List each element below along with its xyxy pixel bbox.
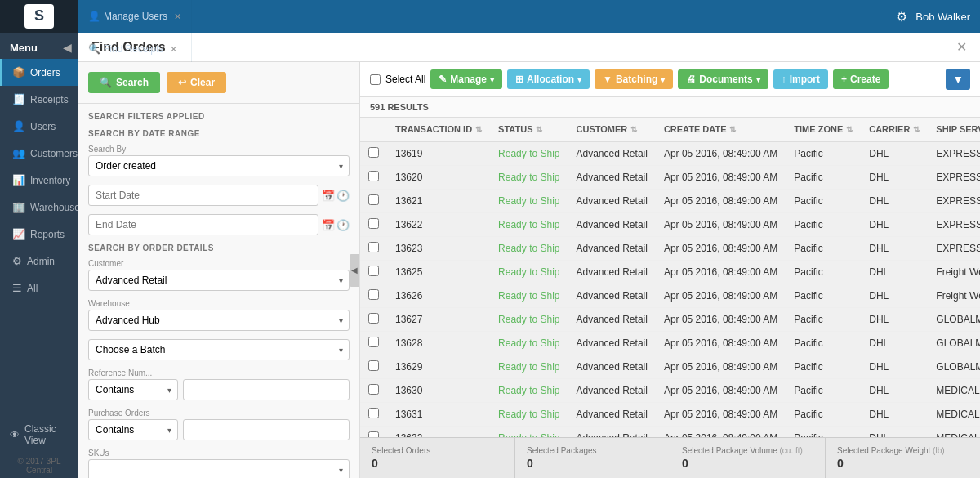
sidebar-item-admin[interactable]: ⚙Admin [0, 248, 78, 275]
sidebar-item-inventory[interactable]: 📊Inventory [0, 167, 78, 194]
col-header-time_zone[interactable]: TIME ZONE⇅ [786, 118, 861, 141]
row-checkbox[interactable] [368, 360, 379, 371]
table-row[interactable]: 13632Ready to ShipAdvanced RetailApr 05 … [360, 427, 980, 438]
select-all-label[interactable]: Select All [385, 74, 425, 85]
batch-select[interactable]: Choose a Batch [88, 339, 350, 360]
row-checkbox[interactable] [368, 313, 379, 324]
table-row[interactable]: 13631Ready to ShipAdvanced RetailApr 05 … [360, 403, 980, 427]
po-group: Purchase Orders Contains [88, 409, 350, 440]
table-row[interactable]: 13628Ready to ShipAdvanced RetailApr 05 … [360, 332, 980, 355]
sidebar-item-all[interactable]: ☰All [0, 275, 78, 302]
row-checkbox[interactable] [368, 242, 379, 252]
row-checkbox[interactable] [368, 289, 379, 300]
select-all-checkbox[interactable] [370, 74, 381, 85]
row-checkbox[interactable] [368, 266, 379, 276]
cell-status: Ready to Ship [490, 332, 568, 355]
row-checkbox[interactable] [368, 218, 379, 229]
col-header-create_date[interactable]: CREATE DATE⇅ [656, 118, 786, 141]
orders-table: TRANSACTION ID⇅STATUS⇅CUSTOMER⇅CREATE DA… [360, 118, 980, 437]
documents-button[interactable]: 🖨 Documents ▾ [678, 69, 768, 89]
po-input[interactable] [183, 419, 350, 440]
table-row[interactable]: 13629Ready to ShipAdvanced RetailApr 05 … [360, 355, 980, 379]
tab-manage-users[interactable]: 👤Manage Users✕ [78, 0, 192, 33]
row-checkbox[interactable] [368, 147, 379, 158]
start-date-input[interactable] [88, 185, 318, 206]
row-checkbox[interactable] [368, 171, 379, 181]
cell-create_date: Apr 05 2016, 08:49:00 AM [656, 403, 786, 427]
calendar-icon-end[interactable]: 📅 [322, 219, 335, 231]
col-header-customer[interactable]: CUSTOMER⇅ [568, 118, 656, 141]
clock-icon-end[interactable]: 🕐 [336, 219, 350, 231]
col-header-status[interactable]: STATUS⇅ [490, 118, 568, 141]
col-header-transaction_id[interactable]: TRANSACTION ID⇅ [387, 118, 490, 141]
collapse-panel-button[interactable]: ◀ [350, 254, 359, 287]
allocation-icon: ⊞ [515, 74, 523, 85]
cell-customer: Advanced Retail [568, 237, 656, 261]
date-range-label: SEARCH BY DATE RANGE [88, 129, 350, 138]
clear-button[interactable]: ↩ Clear [167, 72, 226, 93]
ref-num-input[interactable] [183, 379, 350, 400]
table-row[interactable]: 13626Ready to ShipAdvanced RetailApr 05 … [360, 284, 980, 308]
collapse-sidebar-button[interactable]: ◀ [63, 41, 72, 54]
cell-ship_service: GLOBALMAIL BUSINESS [928, 332, 980, 355]
col-header-ship_service[interactable]: SHIP SERVICE⇅ [928, 118, 980, 141]
cell-ship_service: MEDICAL EXPRESS NONDOC [928, 403, 980, 427]
sidebar-item-customers[interactable]: 👥Customers [0, 140, 78, 167]
table-row[interactable]: 13627Ready to ShipAdvanced RetailApr 05 … [360, 308, 980, 332]
table-row[interactable]: 13625Ready to ShipAdvanced RetailApr 05 … [360, 261, 980, 284]
close-page-button[interactable]: ✕ [956, 39, 967, 55]
cell-carrier: DHL [861, 166, 928, 190]
row-checkbox[interactable] [368, 408, 379, 418]
all-icon: ☰ [12, 282, 22, 294]
batching-button[interactable]: ▼ Batching ▾ [595, 69, 673, 89]
allocation-button[interactable]: ⊞ Allocation ▾ [507, 69, 590, 89]
table-row[interactable]: 13620Ready to ShipAdvanced RetailApr 05 … [360, 166, 980, 190]
row-checkbox[interactable] [368, 431, 379, 437]
calendar-icon[interactable]: 📅 [322, 190, 335, 202]
tab-close-manage-users[interactable]: ✕ [174, 11, 181, 22]
ref-contains-select[interactable]: Contains [88, 379, 178, 400]
menu-title: Menu [10, 42, 38, 54]
sidebar-item-users[interactable]: 👤Users [0, 113, 78, 140]
table-row[interactable]: 13621Ready to ShipAdvanced RetailApr 05 … [360, 190, 980, 213]
row-checkbox[interactable] [368, 337, 379, 347]
row-checkbox[interactable] [368, 384, 379, 395]
skus-select[interactable] [88, 459, 350, 478]
col-header-carrier[interactable]: CARRIER⇅ [861, 118, 928, 141]
bottom-bar: Selected Orders0Selected Packages0Select… [360, 437, 980, 478]
create-button[interactable]: + Create [833, 69, 889, 89]
sidebar-item-classic-view[interactable]: 👁 Classic View [0, 416, 78, 453]
sidebar-item-receipts[interactable]: 🧾Receipts [0, 86, 78, 113]
filter-options-button[interactable]: ▼ [946, 69, 970, 90]
import-button[interactable]: ↑ Import [773, 69, 828, 89]
table-row[interactable]: 13622Ready to ShipAdvanced RetailApr 05 … [360, 213, 980, 237]
sidebar-label-warehouses: Warehouses [30, 202, 85, 213]
sidebar-item-orders[interactable]: 📦Orders [0, 59, 78, 86]
user-name-label: Bob Walker [915, 11, 970, 23]
customer-select[interactable]: Advanced Retail [88, 270, 350, 291]
table-row[interactable]: 13630Ready to ShipAdvanced RetailApr 05 … [360, 379, 980, 403]
sidebar-item-reports[interactable]: 📈Reports [0, 221, 78, 248]
table-container[interactable]: TRANSACTION ID⇅STATUS⇅CUSTOMER⇅CREATE DA… [360, 118, 980, 437]
right-panel: Select All ✎ Manage ▾ ⊞ Allocation ▾ ▼ [360, 62, 980, 478]
sidebar-item-warehouses[interactable]: 🏢Warehouses [0, 194, 78, 221]
tab-close-find-receipts[interactable]: ✕ [170, 44, 177, 55]
select-all-area: Select All [370, 74, 425, 85]
cell-transaction_id: 13628 [387, 332, 490, 355]
filters-applied-label: SEARCH FILTERS APPLIED [88, 112, 350, 121]
status-badge: Ready to Ship [498, 290, 559, 302]
manage-button[interactable]: ✎ Manage ▾ [430, 69, 502, 89]
tab-find-receipts[interactable]: 🔍Find Receipts✕ [78, 33, 192, 65]
warehouse-select[interactable]: Advanced Hub [88, 310, 350, 331]
row-checkbox[interactable] [368, 194, 379, 205]
table-row[interactable]: 13619Ready to ShipAdvanced RetailApr 05 … [360, 141, 980, 166]
search-by-select[interactable]: Order created [88, 155, 350, 176]
start-date-group: 📅 🕐 [88, 185, 350, 206]
clock-icon[interactable]: 🕐 [336, 190, 350, 202]
settings-icon[interactable]: ⚙ [896, 9, 907, 25]
end-date-input[interactable] [88, 214, 318, 235]
po-contains-select[interactable]: Contains [88, 419, 178, 440]
stat-unit-${i}: (lb) [933, 446, 944, 455]
table-row[interactable]: 13623Ready to ShipAdvanced RetailApr 05 … [360, 237, 980, 261]
search-button[interactable]: 🔍 Search [88, 72, 160, 93]
